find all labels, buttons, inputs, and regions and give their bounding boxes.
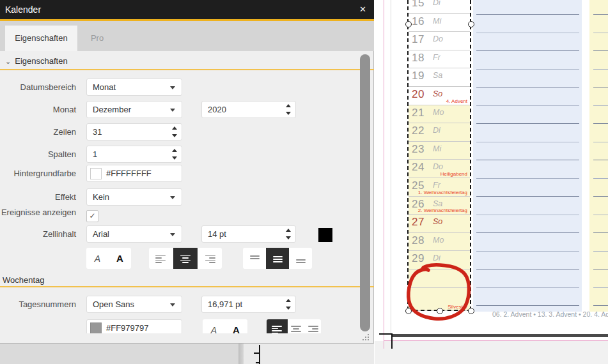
calendar-row[interactable]: 25Fr1. Weihnachtsfeiertag bbox=[409, 178, 470, 197]
weekday-abbr: Do bbox=[433, 162, 443, 171]
spinner-down-icon[interactable] bbox=[172, 156, 177, 160]
day-number: 17 bbox=[412, 33, 425, 46]
day-number: 18 bbox=[412, 52, 425, 64]
tab-eigenschaften[interactable]: Eigenschaften bbox=[5, 26, 77, 51]
tagesnummern-color-field[interactable]: #FF979797 bbox=[86, 319, 182, 333]
spinner-down-icon[interactable] bbox=[286, 307, 291, 310]
grid-line bbox=[476, 14, 579, 15]
calendar-row[interactable]: 17Do bbox=[409, 32, 470, 50]
tagesnummern-font-dropdown[interactable]: Open Sans bbox=[86, 296, 182, 313]
calendar-row[interactable]: 16Mi bbox=[409, 14, 470, 33]
zellinhalt-font-dropdown[interactable]: Arial bbox=[86, 225, 182, 243]
calendar-row[interactable]: 15Di bbox=[409, 0, 470, 14]
dialog-titlebar[interactable]: Kalender ✕ bbox=[0, 0, 374, 19]
calendar-events-column[interactable] bbox=[473, 0, 582, 312]
selection-handle[interactable] bbox=[405, 21, 412, 27]
spalten-spinner[interactable]: 1 bbox=[86, 146, 182, 163]
effekt-dropdown[interactable]: Kein bbox=[86, 188, 182, 206]
tab-pro[interactable]: Pro bbox=[77, 26, 117, 51]
dialog-title: Kalender bbox=[5, 0, 41, 19]
vertical-align-group bbox=[243, 248, 312, 269]
calendar-row[interactable]: 27So bbox=[409, 215, 470, 233]
calendar-row[interactable]: 21Mo bbox=[409, 105, 470, 124]
resize-grip-icon[interactable] bbox=[361, 334, 370, 341]
grid-line bbox=[593, 69, 608, 70]
align-right-button[interactable] bbox=[304, 319, 321, 333]
selection-handle[interactable] bbox=[468, 21, 474, 27]
jahr-spinner[interactable]: 2020 bbox=[201, 101, 296, 118]
grid-line bbox=[593, 50, 608, 51]
grid-line bbox=[593, 178, 608, 179]
spinner-up-icon[interactable] bbox=[172, 149, 177, 152]
holiday-label: 1. Weihnachtsfeiertag bbox=[418, 190, 467, 195]
zellinhalt-size-spinner[interactable]: 14 pt bbox=[201, 225, 296, 243]
section-divider bbox=[0, 69, 374, 70]
margin-guide-horizontal bbox=[384, 340, 608, 341]
spinner-down-icon[interactable] bbox=[286, 112, 291, 115]
italic-button[interactable]: A bbox=[86, 248, 109, 269]
color-swatch[interactable] bbox=[90, 322, 102, 333]
spinner-down-icon[interactable] bbox=[286, 236, 291, 239]
grid-line bbox=[476, 269, 579, 269]
day-number: 20 bbox=[412, 88, 425, 101]
dropdown-arrow-icon bbox=[170, 303, 175, 307]
grid-line bbox=[476, 69, 579, 70]
close-icon[interactable]: ✕ bbox=[359, 0, 366, 19]
spinner-up-icon[interactable] bbox=[286, 104, 291, 107]
zeilen-spinner[interactable]: 31 bbox=[86, 123, 182, 140]
holiday-label: 4. Advent bbox=[446, 98, 467, 104]
hintergrundfarbe-field[interactable]: #FFFFFFFF bbox=[86, 165, 182, 182]
valign-top-icon bbox=[249, 254, 260, 263]
spinner-up-icon[interactable] bbox=[286, 229, 291, 232]
grid-line bbox=[593, 287, 608, 288]
spinner-down-icon[interactable] bbox=[172, 134, 177, 137]
grid-line bbox=[593, 305, 608, 306]
valign-bottom-button[interactable] bbox=[289, 248, 312, 269]
italic-icon: A bbox=[95, 254, 100, 264]
scrollbar-thumb[interactable] bbox=[360, 54, 370, 331]
section-header-wochentag[interactable]: Wochentag bbox=[3, 275, 45, 285]
tagesnummern-size-spinner[interactable]: 16,971 pt bbox=[201, 296, 296, 313]
align-left-button[interactable] bbox=[149, 248, 173, 269]
align-center-button[interactable] bbox=[173, 248, 198, 269]
spinner-up-icon[interactable] bbox=[172, 126, 177, 130]
ruler-mark bbox=[259, 345, 260, 364]
grid-line bbox=[476, 105, 579, 106]
calendar-row[interactable]: 24DoHeiligabend bbox=[409, 160, 470, 178]
calendar-row[interactable]: 19Sa bbox=[409, 68, 470, 87]
valign-middle-icon bbox=[272, 254, 283, 263]
bold-button[interactable]: A bbox=[109, 248, 131, 269]
valign-middle-button[interactable] bbox=[266, 248, 289, 269]
bold-button[interactable]: A bbox=[225, 319, 247, 333]
bold-icon: A bbox=[233, 324, 240, 333]
grid-line bbox=[593, 142, 608, 142]
align-left-button[interactable] bbox=[267, 319, 288, 333]
datumsbereich-dropdown[interactable]: Monat bbox=[86, 79, 182, 96]
weekday-abbr: So bbox=[433, 89, 442, 98]
ruler-mark bbox=[256, 362, 259, 363]
italic-icon: A bbox=[211, 325, 217, 334]
italic-button[interactable]: A bbox=[203, 319, 225, 333]
spinner-up-icon[interactable] bbox=[286, 299, 291, 302]
calendar-row[interactable]: 28Mo bbox=[409, 233, 470, 252]
section-header-eigenschaften[interactable]: ⌄Eigenschaften bbox=[5, 56, 68, 66]
grid-line bbox=[476, 87, 579, 87]
calendar-row[interactable]: 22Di bbox=[409, 123, 470, 142]
label-zeilen: Zeilen bbox=[0, 123, 81, 140]
calendar-row[interactable]: 23Mi bbox=[409, 142, 470, 160]
zellinhalt-color-swatch[interactable] bbox=[318, 228, 332, 242]
monat-dropdown[interactable]: Dezember bbox=[86, 101, 182, 118]
day-number: 21 bbox=[412, 107, 425, 119]
calendar-right-column[interactable] bbox=[589, 0, 608, 312]
valign-top-button[interactable] bbox=[243, 248, 266, 269]
calendar-row[interactable]: 18Fr bbox=[409, 50, 470, 69]
color-swatch[interactable] bbox=[90, 168, 102, 179]
calendar-row[interactable]: 20So4. Advent bbox=[409, 87, 470, 105]
dialog-scrollbar[interactable] bbox=[360, 54, 370, 331]
calendar-row[interactable]: 26Sa2. Weihnachtsfeiertag bbox=[409, 197, 470, 215]
align-center-button[interactable] bbox=[288, 319, 304, 333]
day-number: 28 bbox=[412, 234, 425, 247]
align-right-button[interactable] bbox=[198, 248, 222, 269]
align-left-icon bbox=[155, 254, 167, 263]
ereignisse-checkbox[interactable]: ✓ bbox=[86, 210, 98, 222]
